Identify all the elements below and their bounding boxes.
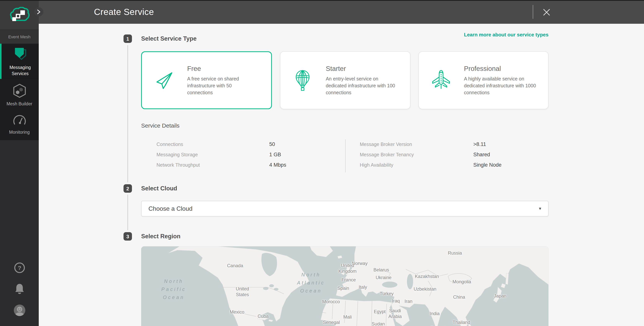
country-label: Japan <box>494 293 506 299</box>
country-label: Kazakhstan <box>415 274 439 280</box>
chevron-down-icon: ▼ <box>538 206 542 211</box>
country-label: Belarus <box>374 267 389 273</box>
detail-value: >8.11 <box>473 141 486 147</box>
country-label: France <box>342 277 356 283</box>
sidebar-expand-button[interactable] <box>34 7 43 16</box>
detail-label: Messaging Storage <box>156 152 198 158</box>
event-mesh-label: Event Mesh <box>8 34 30 39</box>
detail-value: Single Node <box>473 162 502 168</box>
close-button[interactable] <box>541 7 552 18</box>
create-service-screen: Event Mesh Messaging Services Mesh Build… <box>0 0 644 326</box>
country-label: Iran <box>404 299 412 304</box>
create-service-body: 1 2 3 Select Service Type Learn more abo… <box>39 24 644 326</box>
detail-label: Message Broker Tenancy <box>360 152 414 158</box>
country-label: Canada <box>227 263 243 269</box>
country-label: India <box>430 311 440 317</box>
country-label: Ukraine <box>376 275 392 281</box>
cloud-logo-icon <box>10 7 29 23</box>
country-label: Saudi Arabia <box>388 308 402 320</box>
service-card-starter[interactable]: Starter An entry-level service on dedica… <box>280 51 410 109</box>
hot-air-balloon-icon <box>294 70 312 91</box>
cloud-dropdown[interactable]: Choose a Cloud ▼ <box>141 201 548 216</box>
header-divider <box>533 5 533 19</box>
region-map[interactable]: North Pacific OceanNorth Atlantic OceanC… <box>141 246 548 326</box>
user-profile-button[interactable] <box>0 304 39 317</box>
details-divider <box>345 140 346 172</box>
step-3-badge: 3 <box>124 232 132 241</box>
ocean-label: North Pacific Ocean <box>161 278 186 302</box>
country-label: Spain <box>337 286 349 291</box>
sidebar-nav: Messaging Services Mesh Builder Monitori… <box>0 44 39 140</box>
page-title: Create Service <box>94 0 154 24</box>
country-label: Mali <box>343 314 352 320</box>
modal-header: Create Service <box>39 0 644 24</box>
detail-value: 1 GB <box>269 152 281 158</box>
service-type-cards: Free A free service on shared infrastruc… <box>141 51 548 109</box>
ocean-label: North Atlantic Ocean <box>297 271 325 295</box>
notifications-bell-icon <box>14 283 25 295</box>
close-icon <box>542 8 551 16</box>
shield-icon <box>12 46 28 62</box>
country-label: Thailand <box>452 320 470 326</box>
paper-plane-icon <box>154 71 174 89</box>
step-rail-1 <box>127 45 128 182</box>
user-avatar-icon <box>13 304 26 317</box>
country-label: Iraq <box>392 298 400 304</box>
detail-label: High Availability <box>360 163 393 168</box>
sidebar-item-label: Mesh Builder <box>6 101 32 107</box>
cloud-dropdown-value: Choose a Cloud <box>148 205 192 212</box>
step-1-title: Select Service Type <box>141 35 196 42</box>
sidebar-item-label: Messaging Services <box>4 64 36 77</box>
service-card-title: Professional <box>464 65 537 73</box>
country-label: Mongolia <box>452 279 471 285</box>
step-3-title: Select Region <box>141 233 180 240</box>
sidebar-item-messaging-services[interactable]: Messaging Services <box>0 44 39 79</box>
hexagon-mesh-icon <box>11 83 28 98</box>
detail-value: Shared <box>473 152 490 158</box>
country-label: Senegal <box>323 320 340 326</box>
gauge-icon <box>11 113 28 127</box>
svg-text:?: ? <box>18 265 21 271</box>
service-card-description: A free service on shared infrastructure … <box>187 75 248 96</box>
solace-cloud-logo[interactable] <box>0 0 39 30</box>
detail-value: 50 <box>269 141 275 147</box>
country-label: Russia <box>448 250 462 256</box>
help-button[interactable]: ? <box>0 262 39 274</box>
service-card-title: Free <box>187 65 248 73</box>
sidebar: Event Mesh Messaging Services Mesh Build… <box>0 0 39 326</box>
detail-label: Message Broker Version <box>360 142 412 147</box>
service-details-title: Service Details <box>141 122 180 129</box>
country-label: Cuba <box>258 314 268 319</box>
sidebar-item-label: Monitoring <box>9 129 30 135</box>
detail-label: Network Throughput <box>156 163 200 168</box>
country-label: Egypt <box>374 309 386 315</box>
sidebar-item-mesh-builder[interactable]: Mesh Builder <box>0 81 39 109</box>
service-card-description: An entry-level service on dedicated infr… <box>326 75 399 96</box>
sidebar-item-monitoring[interactable]: Monitoring <box>0 110 39 138</box>
notifications-button[interactable] <box>0 283 39 295</box>
country-label: Mexico <box>230 309 244 315</box>
airplane-icon <box>431 70 451 91</box>
service-card-free[interactable]: Free A free service on shared infrastruc… <box>141 51 272 109</box>
country-label: United States <box>236 286 249 298</box>
step-1-badge: 1 <box>124 34 132 43</box>
service-card-professional[interactable]: Professional A highly available service … <box>418 51 548 109</box>
chevron-right-icon <box>37 9 41 14</box>
country-label: Uzbekistan <box>414 286 436 292</box>
step-2-title: Select Cloud <box>141 185 177 192</box>
detail-label: Connections <box>156 142 183 147</box>
step-rail-2 <box>127 195 128 230</box>
service-card-description: A highly available service on dedicated … <box>464 75 537 96</box>
sidebar-item-event-mesh[interactable]: Event Mesh <box>0 30 39 44</box>
country-label: China <box>453 294 465 300</box>
detail-value: 4 Mbps <box>269 162 286 168</box>
country-label: Morocco <box>322 299 340 305</box>
country-label: Sudan <box>372 321 385 326</box>
window-top-edge <box>0 0 644 1</box>
step-2-badge: 2 <box>124 184 132 193</box>
country-label: United Kingdom <box>338 263 357 274</box>
help-icon: ? <box>14 262 25 274</box>
country-label: Turkey <box>380 291 394 297</box>
learn-more-link[interactable]: Learn more about our service types <box>464 32 548 37</box>
service-card-title: Starter <box>326 65 399 73</box>
